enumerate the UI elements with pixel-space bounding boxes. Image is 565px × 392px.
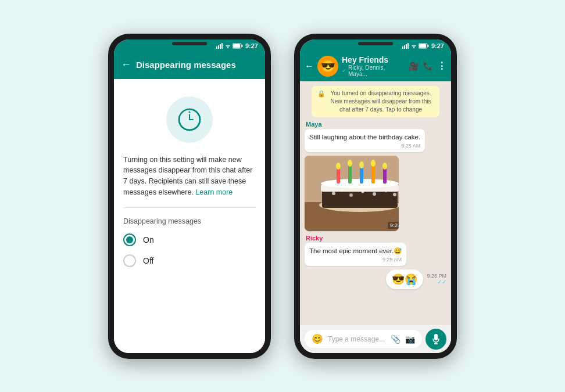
svg-point-36 (373, 192, 376, 196)
svg-rect-5 (241, 45, 242, 47)
camera-icon[interactable]: 📷 (405, 335, 415, 344)
svg-point-33 (341, 189, 344, 192)
back-button-chat[interactable]: ← (305, 61, 314, 71)
svg-rect-22 (337, 167, 340, 184)
chat-header-icons: 🎥 📞 ⋮ (409, 60, 446, 71)
reaction-row: 😎😭 9:26 PM ✓✓ (386, 269, 446, 289)
maya-sender: Maya (305, 121, 425, 128)
svg-rect-6 (233, 44, 240, 48)
cake-svg (305, 156, 399, 231)
svg-point-35 (362, 190, 364, 193)
svg-point-23 (336, 163, 341, 170)
maya-text: Still laughing about the birthday cake. (309, 132, 420, 142)
chat-name: Hey Friends (342, 55, 405, 64)
status-bar-2: 9:27 (300, 39, 451, 51)
attach-icon[interactable]: 📎 (391, 335, 400, 344)
settings-description: Turning on this setting will make new me… (123, 154, 256, 208)
wifi-icon (225, 43, 231, 49)
svg-point-32 (332, 192, 335, 195)
chat-input-field[interactable]: 😊 Type a message... 📎 📷 (305, 330, 422, 348)
scene: 9:27 ← Disappearing messages (108, 34, 457, 359)
system-notification[interactable]: 🔒 You turned on disappearing messages. N… (312, 86, 439, 117)
ricky-sender: Ricky (305, 235, 406, 242)
radio-off-label: Off (143, 256, 153, 265)
svg-rect-39 (434, 334, 438, 340)
more-options-icon[interactable]: ⋮ (437, 60, 446, 71)
svg-point-31 (382, 163, 387, 170)
phone-settings: 9:27 ← Disappearing messages (108, 34, 271, 359)
svg-rect-10 (404, 45, 405, 49)
phone-call-icon[interactable]: 📞 (423, 62, 432, 70)
section-title: Disappearing messages (123, 217, 256, 225)
svg-point-29 (371, 160, 376, 167)
svg-rect-2 (220, 44, 221, 49)
reaction-meta: 9:26 PM ✓✓ (427, 273, 446, 285)
emoji-icon[interactable]: 😊 (312, 333, 323, 344)
radio-on-outer[interactable] (123, 233, 136, 246)
message-ricky: Ricky The most epic moment ever.😅 9:25 A… (305, 235, 406, 266)
status-icons-2 (402, 43, 429, 49)
lock-icon: 🔒 (317, 89, 326, 98)
radio-off-outer[interactable] (123, 254, 136, 267)
svg-rect-1 (218, 45, 219, 49)
cake-time: 9:25 AM (388, 222, 399, 229)
timer-circle (166, 96, 213, 143)
svg-rect-3 (221, 43, 223, 49)
maya-time: 9:25 AM (309, 143, 420, 149)
radio-off[interactable]: Off (123, 254, 256, 267)
video-call-icon[interactable]: 🎥 (409, 62, 419, 71)
ricky-text: The most epic moment ever.😅 (309, 246, 402, 256)
emoji-reaction: 😎😭 (386, 269, 423, 289)
status-icons-1 (216, 43, 243, 49)
ricky-time: 9:25 AM (309, 257, 402, 262)
message-maya: Maya Still laughing about the birthday c… (305, 121, 425, 152)
chat-subtitle: ✓ Ricky, Dennis, Maya... (342, 64, 405, 77)
radio-on-inner (126, 236, 133, 243)
status-bar-1: 9:27 (114, 39, 265, 51)
ricky-bubble: The most epic moment ever.😅 9:25 AM (305, 243, 406, 266)
svg-rect-28 (371, 164, 375, 184)
svg-point-37 (385, 190, 387, 192)
status-time-2: 9:27 (431, 42, 444, 49)
phone-notch (172, 42, 207, 45)
radio-on[interactable]: On (123, 233, 256, 246)
status-time-1: 9:27 (245, 42, 258, 49)
chat-header-info: Hey Friends ✓ Ricky, Dennis, Maya... (342, 55, 405, 77)
svg-rect-14 (427, 45, 428, 47)
cake-image: 9:25 AM (305, 156, 399, 231)
svg-point-25 (348, 160, 352, 167)
svg-rect-0 (216, 46, 217, 49)
svg-rect-24 (348, 164, 352, 184)
battery-icon (233, 43, 243, 49)
chat-messages-area: 🔒 You turned on disappearing messages. N… (300, 81, 451, 353)
battery-icon-2 (419, 43, 429, 49)
settings-title: Disappearing messages (136, 60, 258, 70)
svg-rect-26 (360, 166, 363, 184)
phone-chat: 9:27 ← 😎 Hey Friends ✓ Ricky, Dennis, Ma… (294, 34, 457, 359)
mic-button[interactable] (425, 329, 446, 350)
mic-icon (432, 334, 440, 344)
maya-bubble: Still laughing about the birthday cake. … (305, 129, 425, 152)
app-bar-settings: ← Disappearing messages (114, 51, 265, 79)
svg-rect-30 (383, 167, 387, 184)
svg-point-38 (393, 193, 396, 196)
svg-rect-9 (402, 46, 403, 49)
svg-point-27 (359, 161, 364, 168)
svg-point-34 (349, 193, 353, 197)
settings-content: Turning on this setting will make new me… (114, 79, 265, 353)
reaction-emojis: 😎😭 (392, 273, 417, 286)
reaction-time: 9:26 PM (427, 273, 446, 279)
chat-avatar: 😎 (317, 56, 338, 77)
learn-more-link[interactable]: Learn more (195, 188, 233, 196)
svg-rect-15 (419, 44, 426, 48)
signal-icon-2 (402, 43, 409, 49)
chat-messages: 🔒 You turned on disappearing messages. N… (300, 81, 451, 325)
input-placeholder: Type a message... (328, 335, 386, 343)
double-check-icon: ✓✓ (437, 279, 446, 285)
cake-bubble[interactable]: 9:25 AM (305, 156, 399, 231)
signal-icon (216, 43, 223, 49)
back-button-settings[interactable]: ← (121, 59, 131, 71)
phone-notch-2 (358, 42, 393, 45)
timer-icon (177, 107, 202, 132)
radio-on-label: On (143, 235, 154, 244)
